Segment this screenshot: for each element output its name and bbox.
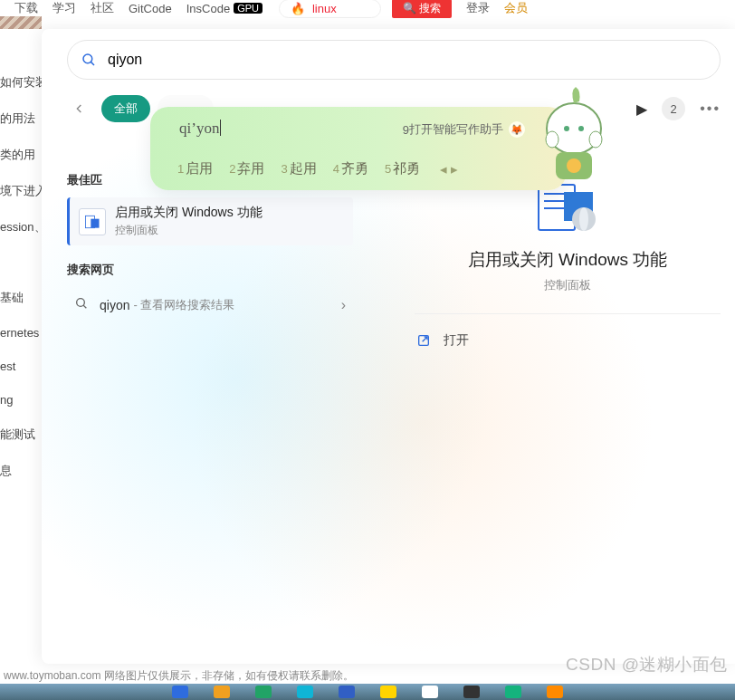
search-icon <box>74 296 89 314</box>
windows-features-icon <box>79 208 106 235</box>
ime-candidates: 1启用 2弃用 3起用 4齐勇 5祁勇 ◂ ▸ <box>177 160 458 177</box>
ime-writing-assistant-hint[interactable]: 9 打开智能写作助手 🦊 <box>403 121 525 138</box>
assistant-badge-icon: 🦊 <box>509 121 525 138</box>
svg-point-0 <box>83 54 92 63</box>
background-article-fragments: 如何安装 的用法 类的用 境下进入 ession、 基础 ernetes est… <box>0 54 42 499</box>
gpu-badge: GPU <box>234 3 262 14</box>
open-label: 打开 <box>444 332 469 349</box>
taskbar-app-icon[interactable] <box>297 686 313 698</box>
background-banner-stripe <box>0 16 42 29</box>
ime-candidate-popup: qi’yon 9 打开智能写作助手 🦊 1启用 2弃用 3起用 4齐勇 5祁勇 … <box>150 107 567 190</box>
svg-rect-10 <box>91 218 99 227</box>
svg-line-1 <box>91 62 94 65</box>
ime-candidate-2[interactable]: 2弃用 <box>229 160 264 177</box>
taskbar-app-icon[interactable] <box>339 686 355 698</box>
best-match-result[interactable]: 启用或关闭 Windows 功能 控制面板 <box>67 197 353 245</box>
taskbar-app-icon[interactable] <box>380 686 396 698</box>
results-count-badge[interactable]: 2 <box>662 97 685 120</box>
taskbar-app-icon[interactable] <box>214 686 230 698</box>
play-icon[interactable]: ▶ <box>636 101 647 118</box>
detail-subtitle: 控制面板 <box>415 277 721 293</box>
background-top-nav: 下载 学习 社区 GitCode InsCode GPU 🔥 linux 🔍 搜… <box>0 0 735 16</box>
nav-download[interactable]: 下载 <box>14 0 38 16</box>
result-detail-pane: 启用或关闭 Windows 功能 控制面板 打开 <box>415 183 721 354</box>
ime-candidate-5[interactable]: 5祁勇 <box>385 160 420 177</box>
chevron-right-icon: › <box>341 297 346 313</box>
detail-title: 启用或关闭 Windows 功能 <box>415 248 721 272</box>
nav-member[interactable]: 会员 <box>504 0 528 16</box>
svg-line-12 <box>83 305 86 308</box>
search-input[interactable] <box>106 51 707 69</box>
taskbar-app-icon[interactable] <box>422 686 438 698</box>
ime-candidate-3[interactable]: 3起用 <box>281 160 316 177</box>
open-action[interactable]: 打开 <box>415 327 721 354</box>
open-external-icon <box>416 333 431 348</box>
search-web-row[interactable]: qiyon - 查看网络搜索结果 › <box>67 287 353 323</box>
windows-taskbar[interactable] <box>0 684 735 700</box>
svg-point-8 <box>589 131 602 148</box>
ime-candidate-4[interactable]: 4齐勇 <box>333 160 368 177</box>
search-bar[interactable] <box>67 40 721 80</box>
taskbar-app-icon[interactable] <box>463 686 480 698</box>
ime-prev-page-icon[interactable]: ◂ <box>440 161 447 177</box>
taskbar-app-icon[interactable] <box>547 686 563 698</box>
taskbar-app-icon[interactable] <box>255 686 272 698</box>
result-title: 启用或关闭 Windows 功能 <box>115 205 262 221</box>
svg-point-6 <box>567 158 581 173</box>
web-query-text: qiyon <box>100 298 129 312</box>
ime-next-page-icon[interactable]: ▸ <box>451 161 458 177</box>
header-search-button[interactable]: 🔍 搜索 <box>392 0 452 18</box>
ime-composition: qi’yon <box>179 120 221 138</box>
ime-candidate-1[interactable]: 1启用 <box>177 160 213 177</box>
tab-all[interactable]: 全部 <box>101 95 150 122</box>
header-search-text: linux <box>312 2 337 15</box>
taskbar-app-icon[interactable] <box>172 686 188 698</box>
back-button[interactable] <box>67 96 92 121</box>
more-options-button[interactable]: ••• <box>700 101 721 117</box>
divider <box>415 313 721 314</box>
search-icon <box>81 52 97 68</box>
svg-point-7 <box>546 131 558 148</box>
svg-point-11 <box>77 299 85 307</box>
nav-learn[interactable]: 学习 <box>52 0 76 16</box>
nav-community[interactable]: 社区 <box>91 0 114 16</box>
ime-mascot-icon <box>529 85 619 192</box>
nav-inscode[interactable]: InsCode <box>186 2 230 15</box>
svg-point-4 <box>578 126 584 131</box>
search-icon: 🔍 <box>403 2 416 14</box>
watermark-text: CSDN @迷糊小面包 <box>566 653 728 676</box>
web-query-hint: - 查看网络搜索结果 <box>133 297 234 313</box>
nav-gitcode[interactable]: GitCode <box>129 2 172 15</box>
search-web-heading: 搜索网页 <box>67 262 353 278</box>
result-subtitle: 控制面板 <box>115 223 262 238</box>
taskbar-app-icon[interactable] <box>505 686 521 698</box>
header-search-pill[interactable]: 🔥 linux <box>279 0 381 18</box>
svg-point-3 <box>564 126 569 131</box>
nav-login[interactable]: 登录 <box>466 0 490 16</box>
svg-point-19 <box>579 207 588 231</box>
windows-search-panel: 全部 ▶ 2 ••• qi’yon 9 打开智能写作助手 🦊 1启用 2弃用 3… <box>42 29 735 664</box>
